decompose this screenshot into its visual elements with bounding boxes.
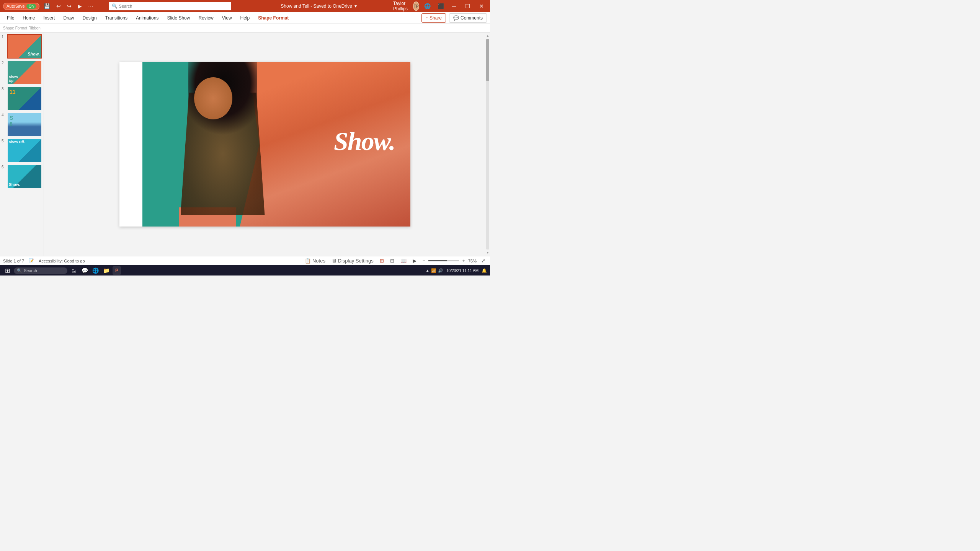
slideshow-button[interactable]: ▶	[411, 257, 418, 264]
display-settings-button[interactable]: 🖥 Display Settings	[330, 257, 375, 264]
tray-up-icon[interactable]: ▲	[425, 268, 430, 273]
menu-file[interactable]: File	[3, 14, 18, 22]
slide-1-text: Show.	[26, 50, 41, 58]
taskbar-browser[interactable]: 🌐	[91, 266, 100, 275]
user-info: Taylor Phillips TP	[393, 1, 419, 11]
slide-img-1[interactable]: Show.	[7, 34, 42, 59]
slide-img-3[interactable]: 11	[7, 86, 42, 111]
restore-button[interactable]: ❐	[462, 2, 473, 10]
menu-insert[interactable]: Insert	[39, 14, 59, 22]
system-tray: ▲ 📶 🔊	[425, 268, 443, 273]
slide-num-6: 6	[2, 164, 5, 169]
menu-slideshow[interactable]: Slide Show	[163, 14, 194, 22]
redo-button[interactable]: ↪	[65, 2, 74, 10]
menu-draw[interactable]: Draw	[59, 14, 78, 22]
present-button[interactable]: ▶	[76, 2, 84, 10]
search-bar[interactable]: 🔍	[109, 2, 231, 10]
notes-icon: 📝	[29, 258, 34, 263]
zoom-in-button[interactable]: +	[461, 257, 467, 264]
notification-icon[interactable]: 🔔	[482, 268, 487, 273]
slide-thumb-3[interactable]: 3 11	[2, 86, 42, 111]
user-name: Taylor Phillips	[393, 1, 411, 11]
menu-bar: File Home Insert Draw Design Transitions…	[0, 12, 490, 24]
comment-icon: 💬	[453, 15, 459, 21]
slide-3-num: 11	[10, 89, 16, 95]
right-sidebar: ▲ ▼	[485, 33, 490, 256]
datetime-display[interactable]: 10/20/21 11:11 AM	[446, 268, 479, 273]
taskbar-powerpoint[interactable]: P	[113, 266, 121, 275]
slide-img-5[interactable]: Show Off.	[7, 138, 42, 163]
slide-panel[interactable]: 1 Show. 2 ShowUp 3	[0, 33, 44, 256]
slide-img-6[interactable]: Show.	[7, 164, 42, 189]
document-title: Show and Tell - Saved to OneDrive	[281, 3, 352, 9]
save-button[interactable]: 💾	[42, 2, 52, 10]
fit-slide-button[interactable]: ⤢	[480, 257, 487, 264]
statusbar: Slide 1 of 7 📝 Accessibility: Good to go…	[0, 256, 490, 265]
scroll-up-arrow[interactable]: ▲	[485, 33, 490, 38]
menu-home[interactable]: Home	[19, 14, 39, 22]
autosave-label: AutoSave	[7, 4, 25, 8]
user-avatar: TP	[413, 2, 419, 11]
taskbar-chat[interactable]: 💬	[80, 266, 89, 275]
titlebar-left: AutoSave On 💾 ↩ ↪ ▶ ⋯	[3, 2, 95, 10]
search-input[interactable]	[119, 4, 228, 8]
slide-thumb-2[interactable]: 2 ShowUp	[2, 60, 42, 85]
main-area: 1 Show. 2 ShowUp 3	[0, 33, 490, 256]
slide-img-2[interactable]: ShowUp	[7, 60, 42, 85]
taskbar-widgets[interactable]: 🗂	[70, 266, 78, 275]
comments-button[interactable]: 💬 Comments	[449, 13, 487, 23]
reading-view-button[interactable]: 📖	[399, 257, 408, 264]
start-button[interactable]: ⊞	[3, 266, 11, 275]
taskbar-search[interactable]: 🔍 Search	[14, 267, 67, 274]
slide-num-4: 4	[2, 112, 5, 117]
share-button[interactable]: ↑ Share	[421, 13, 446, 23]
taskbar-explorer[interactable]: 📁	[102, 266, 110, 275]
menu-shape-format[interactable]: Shape Format	[254, 14, 292, 22]
autosave-badge[interactable]: AutoSave On	[3, 3, 39, 10]
close-button[interactable]: ✕	[476, 2, 487, 10]
main-slide[interactable]: Show.	[119, 62, 410, 227]
minimize-button[interactable]: ─	[449, 2, 459, 10]
settings-icon[interactable]: ⬛	[436, 2, 446, 10]
volume-icon[interactable]: 🔊	[438, 268, 443, 273]
normal-view-button[interactable]: ⊞	[378, 257, 385, 264]
slide-person-art	[158, 62, 349, 227]
canvas-area[interactable]: Show.	[44, 33, 485, 256]
menu-review[interactable]: Review	[194, 14, 217, 22]
slide-thumb-6[interactable]: 6 Show.	[2, 164, 42, 189]
slide-thumb-4[interactable]: 4 S8	[2, 112, 42, 137]
slide-count: Slide 1 of 7	[3, 259, 24, 263]
menu-design[interactable]: Design	[78, 14, 100, 22]
slide-img-4[interactable]: S8	[7, 112, 42, 137]
slide-thumb-5[interactable]: 5 Show Off.	[2, 138, 42, 163]
autosave-toggle[interactable]: On	[26, 4, 36, 9]
slide-4-bg: S8	[8, 113, 41, 136]
more-button[interactable]: ⋯	[86, 2, 95, 10]
titlebar-center: 🔍	[95, 2, 244, 10]
zoom-slider[interactable]	[428, 260, 459, 261]
titlebar-right: Taylor Phillips TP 🌐 ⬛ ─ ❐ ✕	[393, 1, 487, 11]
toolbar-placeholder: Shape Format Ribbon	[3, 26, 41, 30]
title-bar: AutoSave On 💾 ↩ ↪ ▶ ⋯ 🔍 Show and Tell - …	[0, 0, 490, 12]
taskbar: ⊞ 🔍 Search 🗂 💬 🌐 📁 P ▲ 📶 🔊 10/20/21 11:1…	[0, 265, 490, 276]
accessibility-status: Accessibility: Good to go	[39, 259, 85, 263]
menu-transitions[interactable]: Transitions	[101, 14, 131, 22]
slide-sorter-button[interactable]: ⊟	[389, 257, 396, 264]
zoom-out-button[interactable]: −	[421, 257, 427, 264]
statusbar-right: 📋 Notes 🖥 Display Settings ⊞ ⊟ 📖 ▶ − + 7…	[303, 257, 487, 264]
menu-help[interactable]: Help	[237, 14, 254, 22]
scroll-thumb[interactable]	[486, 39, 489, 81]
scroll-track[interactable]	[486, 39, 489, 249]
undo-button[interactable]: ↩	[54, 2, 63, 10]
wifi-icon: 📶	[431, 268, 436, 273]
title-dropdown-button[interactable]: ▾	[354, 3, 357, 9]
zoom-control[interactable]: − + 76%	[421, 257, 477, 264]
slide-1-bg: Show.	[8, 35, 41, 58]
menu-view[interactable]: View	[218, 14, 236, 22]
menu-animations[interactable]: Animations	[132, 14, 162, 22]
slide-thumb-1[interactable]: 1 Show.	[2, 34, 42, 59]
slide-num-3: 3	[2, 86, 5, 91]
linked-in-icon[interactable]: 🌐	[422, 2, 433, 10]
scroll-down-arrow[interactable]: ▼	[485, 250, 490, 255]
notes-button[interactable]: 📋 Notes	[303, 257, 327, 264]
